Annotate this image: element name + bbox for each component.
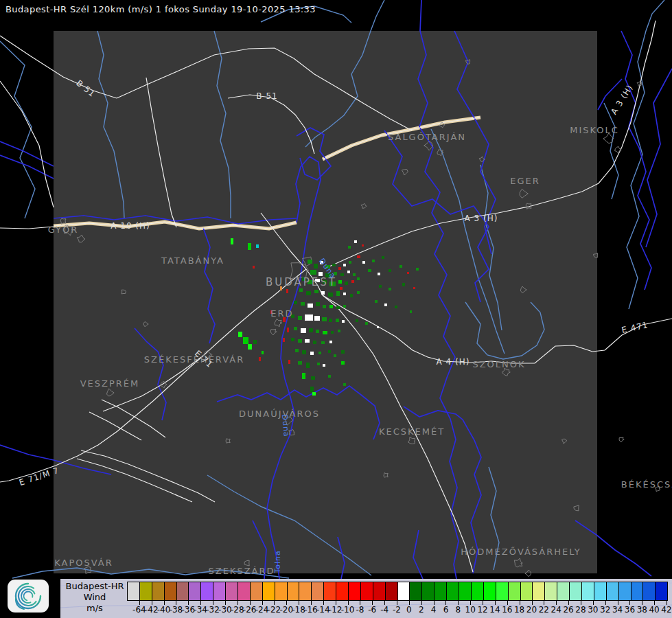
legend-tick	[311, 600, 312, 605]
map-label-city: ERD	[270, 308, 293, 319]
map-label-road: E 71	[193, 349, 215, 370]
legend-unit: m/s	[63, 603, 126, 614]
legend-tick-label: 8	[455, 605, 461, 615]
legend-color-cell	[544, 582, 557, 600]
legend-color-cell	[471, 582, 483, 600]
map-label-road: B 51	[74, 78, 97, 99]
map-label-city: KECSKEMÉT	[379, 426, 445, 437]
map-label-road: A 3 (H)	[609, 83, 635, 117]
map-label-city: MISKOLC	[570, 125, 619, 135]
legend-color-cell	[557, 582, 569, 600]
legend-tick	[520, 600, 520, 605]
legend-color-cell	[360, 582, 373, 600]
legend-color-cell	[409, 582, 421, 600]
legend-tick-label: 22	[539, 605, 549, 615]
legend-color-cell	[176, 582, 189, 600]
legend-tick	[274, 600, 275, 605]
map-label-city: BÉKÉSCSABA	[621, 479, 672, 490]
legend-color-cell	[250, 582, 262, 600]
legend-tick	[470, 600, 471, 605]
legend-color-cell	[508, 582, 520, 600]
radar-map-view: GYŐRTATABÁNYASALGÓTARJÁNMISKOLCEGERBUDAP…	[0, 0, 672, 618]
map-label-city: SZEKSZÁRD	[209, 566, 275, 576]
map-label-city: KAPOSVÁR	[54, 558, 113, 568]
legend-tick	[642, 600, 642, 605]
legend-color-cell	[336, 582, 348, 600]
legend-color-cell	[348, 582, 360, 600]
legend-tick	[262, 600, 263, 605]
legend-color-cell	[237, 582, 250, 600]
legend-color-cell	[287, 582, 299, 600]
legend-product: Budapest-HR	[63, 581, 126, 592]
legend-tick	[286, 600, 287, 605]
legend-tick-label: -28	[231, 605, 244, 615]
legend-tick-label: 24	[551, 605, 561, 615]
legend-tick-label: 20	[526, 605, 537, 615]
map-label-river: Tolna	[273, 550, 282, 573]
legend-tick	[445, 600, 446, 605]
legend-color-cell	[213, 582, 225, 600]
legend-tick-row: -64-42-40-38-36-34-32-30-28-26-24-22-20-…	[127, 600, 668, 617]
legend-tick-label: -26	[243, 605, 257, 615]
legend-tick-label: 32	[600, 605, 610, 615]
legend-color-cell	[262, 582, 275, 600]
legend-tick	[372, 600, 373, 605]
legend-tick-label: -20	[279, 605, 293, 615]
legend-tick	[532, 600, 533, 605]
legend-tick-label: -64	[132, 605, 146, 615]
legend-tick-label: 38	[637, 605, 647, 615]
legend-tick-label: -18	[292, 605, 305, 615]
legend-tick-label: -34	[194, 605, 207, 615]
app-logo[interactable]	[7, 579, 49, 613]
legend-tick	[250, 600, 251, 605]
legend-color-cell	[299, 582, 311, 600]
legend-color-cell	[483, 582, 496, 600]
legend-color-cell	[311, 582, 323, 600]
map-label-city: TATABÁNYA	[161, 255, 224, 266]
map-label-layer: GYŐRTATABÁNYASALGÓTARJÁNMISKOLCEGERBUDAP…	[0, 0, 672, 618]
legend-tick	[139, 600, 140, 605]
legend-color-cell	[459, 582, 471, 600]
legend-tick-label: -40	[157, 605, 171, 615]
map-label-city: SZOLNOK	[472, 359, 525, 369]
legend-tick	[397, 600, 397, 605]
map-label-road: A 10 (H)	[111, 221, 150, 231]
map-label-road: A 4 (H)	[437, 357, 470, 367]
legend-tick	[667, 600, 667, 605]
legend-tick	[556, 600, 557, 605]
legend-tick-label: -14	[316, 605, 330, 615]
legend-color-cell	[606, 582, 618, 600]
legend-tick	[581, 600, 581, 605]
legend-tick	[434, 600, 435, 605]
legend-tick-label: 30	[588, 605, 598, 615]
legend-tick-label: 40	[649, 605, 659, 615]
map-label-city: SALGÓTARJÁN	[388, 132, 466, 142]
legend-tick-label: 28	[575, 605, 586, 615]
map-label-city: BUDAPEST	[266, 276, 337, 288]
legend-color-cell	[139, 582, 152, 600]
legend-tick-label: -36	[182, 605, 196, 615]
legend-tick	[495, 600, 496, 605]
legend-color-cell	[421, 582, 434, 600]
legend-tick	[225, 600, 226, 605]
legend-color-cell	[275, 582, 287, 600]
legend-tick-label: -12	[329, 605, 343, 615]
legend-tick	[152, 600, 152, 605]
map-label-city: DUNAÚJVÁROS	[239, 409, 320, 419]
legend-tick	[188, 600, 189, 605]
legend-color-cell	[434, 582, 446, 600]
legend-tick	[360, 600, 360, 605]
legend-tick-label: 4	[431, 605, 437, 615]
legend-tick-label: 10	[465, 605, 476, 615]
legend-tick-label: 0	[406, 605, 412, 615]
map-label-city: VESZPRÉM	[80, 378, 140, 389]
legend-color-cell	[373, 582, 385, 600]
legend-tick-label: 36	[625, 605, 635, 615]
map-label-road: E 71/M 7	[18, 466, 60, 488]
legend-tick	[654, 600, 655, 605]
legend-tick-label: -42	[145, 605, 159, 615]
legend-tick-label: -24	[255, 605, 269, 615]
legend-color-cell	[594, 582, 606, 600]
legend-tick-label: 18	[514, 605, 524, 615]
legend-tick	[323, 600, 324, 605]
